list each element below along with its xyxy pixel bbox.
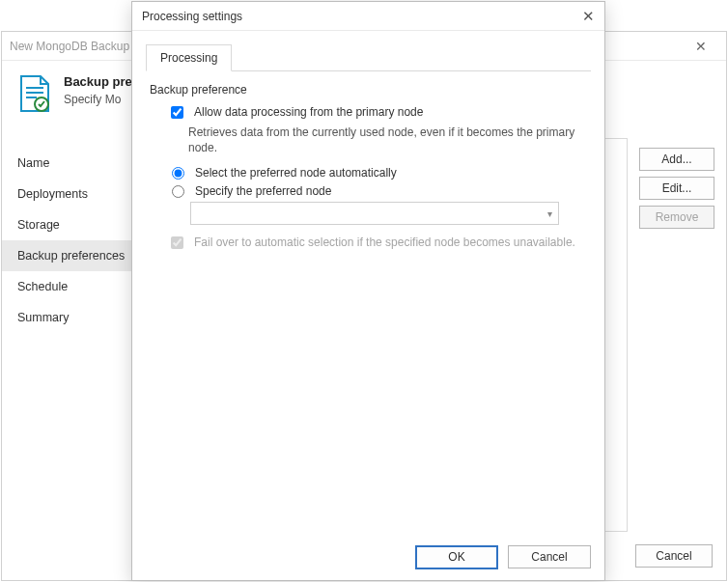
ok-button[interactable]: OK	[415, 545, 498, 569]
wizard-cancel-button[interactable]: Cancel	[635, 544, 713, 568]
remove-button: Remove	[639, 206, 714, 229]
mode-specify-label[interactable]: Specify the preferred node	[195, 183, 331, 199]
backup-preference-group: Backup preference Allow data processing …	[150, 83, 587, 252]
close-icon[interactable]: ✕	[684, 39, 718, 54]
chevron-down-icon: ▾	[547, 208, 552, 219]
failover-label: Fail over to automatic selection if the …	[194, 235, 575, 250]
dialog-titlebar: Processing settings ✕	[132, 2, 604, 31]
dialog-cancel-button[interactable]: Cancel	[508, 545, 591, 568]
edit-button[interactable]: Edit...	[639, 177, 714, 200]
dialog-title: Processing settings	[142, 10, 566, 23]
wizard-right-buttons: Add... Edit... Remove	[639, 138, 726, 532]
allow-primary-checkbox[interactable]	[171, 106, 183, 119]
preferred-node-combo[interactable]: ▾	[190, 202, 559, 225]
mode-specify-radio[interactable]	[172, 185, 184, 198]
processing-settings-dialog: Processing settings ✕ Processing Backup …	[131, 1, 605, 581]
dialog-tabs: Processing	[146, 44, 591, 71]
close-icon[interactable]: ✕	[566, 8, 595, 25]
allow-primary-label[interactable]: Allow data processing from the primary n…	[194, 104, 423, 120]
group-title: Backup preference	[150, 83, 587, 97]
mode-auto-label[interactable]: Select the preferred node automatically	[195, 165, 397, 180]
dialog-footer: OK Cancel	[132, 534, 604, 580]
mode-specify-row: Specify the preferred node	[167, 183, 587, 199]
allow-primary-row: Allow data processing from the primary n…	[167, 104, 587, 122]
allow-primary-helper: Retrieves data from the currently used n…	[188, 125, 587, 155]
failover-row: Fail over to automatic selection if the …	[167, 235, 587, 252]
backup-doc-icon	[17, 74, 52, 117]
add-button[interactable]: Add...	[639, 148, 714, 171]
failover-checkbox	[171, 236, 183, 249]
mode-auto-radio[interactable]	[172, 167, 184, 180]
tab-processing[interactable]: Processing	[146, 44, 232, 71]
mode-auto-row: Select the preferred node automatically	[167, 165, 587, 180]
